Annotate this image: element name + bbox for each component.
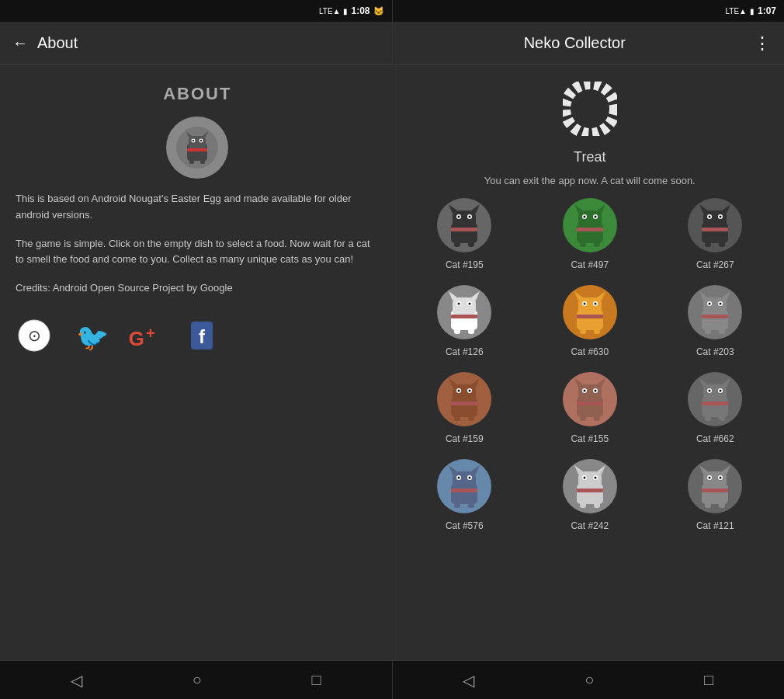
status-signal-left: LTE▲ [319, 7, 341, 16]
svg-point-41 [594, 216, 596, 218]
svg-rect-152 [594, 500, 600, 508]
cat-item[interactable]: Cat #203 [659, 283, 772, 357]
cat-avatar [560, 196, 619, 255]
nav-home-left[interactable]: ○ [193, 671, 202, 689]
svg-point-124 [709, 390, 711, 392]
cat-avatar [560, 370, 619, 429]
svg-rect-80 [594, 326, 600, 334]
github-icon[interactable]: ⊙ [16, 317, 53, 354]
svg-text:+: + [146, 325, 155, 342]
svg-rect-54 [702, 228, 728, 231]
svg-rect-78 [577, 315, 603, 318]
treat-icon-wrapper [559, 78, 621, 140]
cat-item[interactable]: Cat #662 [659, 370, 772, 444]
cat-item[interactable]: Cat #576 [408, 457, 522, 531]
svg-rect-151 [580, 500, 586, 508]
social-icons-row: ⊙ 🐦 G + f [16, 309, 380, 362]
facebook-icon[interactable]: f [183, 317, 220, 354]
cat-status-icon: 🐱 [373, 6, 384, 16]
cat-label: Cat #155 [571, 433, 609, 444]
svg-rect-68 [468, 326, 474, 334]
cat-label: Cat #203 [696, 346, 734, 357]
nav-recent-left[interactable]: □ [312, 671, 321, 689]
status-time-right: 1:07 [758, 5, 776, 16]
svg-rect-104 [468, 413, 474, 421]
svg-rect-139 [454, 500, 460, 508]
svg-point-161 [720, 477, 722, 479]
svg-rect-2 [189, 136, 206, 150]
cat-item[interactable]: Cat #121 [659, 457, 772, 531]
svg-point-29 [469, 216, 471, 218]
cat-avatar [435, 283, 494, 342]
svg-rect-163 [705, 500, 711, 508]
nav-back-right[interactable]: ◁ [463, 671, 474, 690]
cat-grid: Cat #195 Cat #497 [408, 196, 772, 531]
treat-donut-icon [563, 82, 617, 136]
cat-avatar [560, 457, 619, 516]
cat-label: Cat #267 [696, 259, 734, 270]
nav-home-right[interactable]: ○ [585, 671, 594, 689]
svg-rect-91 [705, 326, 711, 334]
svg-rect-103 [454, 413, 460, 421]
more-menu-button[interactable]: ⋮ [754, 33, 772, 54]
status-bar-left: LTE▲ ▮ 1:08 🐱 [0, 0, 393, 22]
svg-rect-11 [200, 158, 205, 164]
about-heading: ABOUT [16, 84, 380, 104]
cat-item[interactable]: Cat #159 [408, 370, 522, 444]
cat-item[interactable]: Cat #242 [533, 457, 647, 531]
svg-point-65 [469, 303, 471, 305]
svg-rect-119 [703, 384, 727, 403]
svg-text:⊙: ⊙ [28, 327, 41, 344]
svg-rect-66 [451, 315, 477, 318]
nav-bar-left: ◁ ○ □ [0, 660, 393, 699]
svg-point-113 [594, 390, 596, 392]
about-avatar [166, 116, 228, 179]
back-button-about[interactable]: ← [12, 34, 28, 52]
svg-rect-115 [580, 413, 586, 421]
svg-point-52 [709, 216, 711, 218]
svg-rect-32 [468, 239, 474, 247]
about-description-1: This is based on Android Nougat's Easter… [16, 191, 380, 224]
cat-label: Cat #126 [446, 346, 484, 357]
cat-item[interactable]: Cat #126 [408, 283, 522, 357]
svg-point-53 [720, 216, 722, 218]
twitter-icon[interactable]: 🐦 [71, 317, 109, 354]
svg-point-149 [594, 477, 596, 479]
svg-rect-95 [453, 384, 476, 403]
cat-avatar [435, 457, 494, 516]
app-bar-about: ← About [0, 22, 393, 65]
svg-rect-143 [578, 471, 602, 490]
svg-rect-71 [578, 297, 602, 316]
cat-avatar [685, 283, 744, 342]
svg-rect-140 [468, 500, 474, 508]
svg-point-125 [720, 390, 722, 392]
svg-point-7 [193, 140, 194, 141]
about-cat-icon [176, 127, 218, 169]
svg-point-101 [469, 390, 471, 392]
cat-label: Cat #662 [696, 433, 734, 444]
treat-description: You can exit the app now. A cat will com… [477, 175, 703, 186]
cat-item[interactable]: Cat #267 [659, 196, 772, 270]
cat-label: Cat #497 [571, 259, 609, 270]
svg-text:f: f [199, 326, 206, 347]
svg-text:🐦: 🐦 [76, 322, 107, 353]
status-battery-right: ▮ [750, 7, 755, 16]
svg-rect-43 [580, 239, 586, 247]
svg-point-28 [458, 216, 460, 218]
cat-item[interactable]: Cat #155 [533, 370, 647, 444]
nav-recent-right[interactable]: □ [704, 671, 713, 689]
svg-point-77 [594, 303, 596, 305]
cat-label: Cat #159 [446, 433, 484, 444]
cat-item[interactable]: Cat #195 [408, 196, 522, 270]
svg-rect-131 [453, 471, 476, 490]
svg-rect-30 [451, 228, 477, 231]
cat-item[interactable]: Cat #497 [533, 196, 647, 270]
svg-rect-107 [578, 384, 602, 403]
cat-avatar [685, 457, 744, 516]
cat-avatar [435, 196, 494, 255]
svg-rect-44 [594, 239, 600, 247]
nav-back-left[interactable]: ◁ [71, 671, 82, 690]
cat-item[interactable]: Cat #630 [533, 283, 647, 357]
svg-rect-42 [577, 228, 603, 231]
googleplus-icon[interactable]: G + [127, 317, 165, 354]
